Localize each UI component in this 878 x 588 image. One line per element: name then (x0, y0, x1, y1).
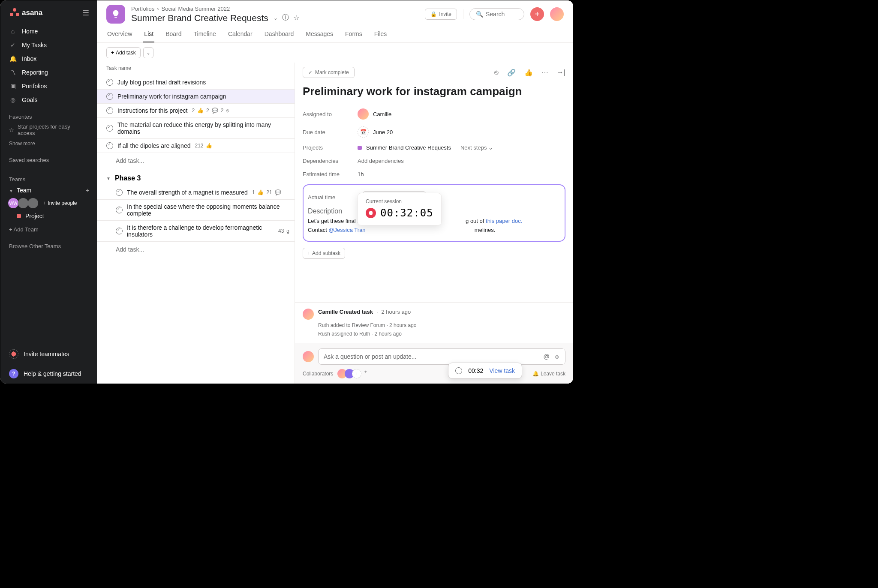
add-dependencies-button[interactable]: Add dependencies (358, 158, 404, 164)
nav-home[interactable]: ⌂Home (0, 24, 97, 38)
complete-checkbox[interactable] (106, 93, 113, 100)
project-stage-dropdown[interactable]: Next steps ⌄ (460, 144, 493, 151)
add-subtask-button[interactable]: + Add subtask (303, 248, 345, 259)
task-row[interactable]: Preliminary work for instagram campaign (97, 90, 295, 104)
complete-checkbox[interactable] (106, 125, 113, 132)
floating-timer-bar[interactable]: 00:32 View task (448, 363, 522, 379)
saved-searches-header[interactable]: Saved searches (0, 149, 97, 165)
portfolios-icon: ▣ (9, 82, 17, 90)
nav-my-tasks[interactable]: ✓My Tasks (0, 38, 97, 52)
due-date-field[interactable]: 📅June 20 (358, 126, 393, 138)
collapse-sidebar-icon[interactable]: ☰ (82, 8, 89, 18)
invite-people-link[interactable]: + Invite people (43, 200, 77, 206)
user-mention[interactable]: @Jessica Tran (328, 227, 365, 233)
close-detail-icon[interactable]: →| (557, 69, 565, 77)
project-tabs: Overview List Board Timeline Calendar Da… (97, 27, 573, 43)
team-avatar[interactable] (28, 198, 38, 208)
tab-list[interactable]: List (143, 27, 154, 42)
comment-icon: 💬 (275, 189, 281, 195)
tab-overview[interactable]: Overview (106, 27, 133, 42)
breadcrumb[interactable]: Social Media Summer 2022 (162, 6, 230, 12)
invite-teammates-icon (9, 349, 18, 359)
add-team-button[interactable]: + Add Team (0, 222, 97, 237)
nav-label: Reporting (22, 69, 48, 76)
subtask-icon[interactable]: ⎋ (494, 69, 499, 77)
nav-inbox[interactable]: 🔔Inbox (0, 52, 97, 66)
invite-teammates-button[interactable]: Invite teammates (0, 344, 97, 364)
show-more-link[interactable]: Show more (0, 138, 97, 149)
task-row[interactable]: In the special case where the opposing m… (97, 200, 295, 221)
invite-button[interactable]: 🔒Invite (425, 9, 457, 20)
mark-complete-button[interactable]: ✓Mark complete (303, 67, 355, 78)
section-header[interactable]: ▼Phase 3 (97, 168, 295, 186)
task-row[interactable]: The overall strength of a magnet is meas… (97, 186, 295, 200)
complete-checkbox[interactable] (116, 207, 123, 213)
search-input[interactable]: 🔍Search (469, 8, 524, 20)
add-task-button[interactable]: + Add task (106, 47, 141, 58)
task-title[interactable]: Preliminary work for instagram campaign (303, 85, 565, 98)
activity-text: Camille Created task (318, 309, 373, 315)
task-row[interactable]: If all the dipoles are aligned 212👍 (97, 139, 295, 153)
task-row[interactable]: July blog post final draft revisions (97, 75, 295, 90)
info-icon[interactable]: ⓘ (282, 13, 289, 22)
complete-checkbox[interactable] (116, 228, 123, 234)
nav-reporting[interactable]: 〽Reporting (0, 66, 97, 79)
global-add-button[interactable]: + (530, 7, 544, 21)
add-collaborator-button[interactable]: + (352, 369, 361, 378)
add-task-inline[interactable]: Add task... (97, 153, 295, 168)
breadcrumb[interactable]: Portfolios (131, 6, 154, 12)
chevron-down-icon[interactable]: ⌄ (274, 15, 278, 21)
calendar-icon: 📅 (358, 126, 369, 138)
more-icon[interactable]: ⋯ (541, 69, 548, 77)
doc-link[interactable]: this paper doc. (486, 218, 522, 224)
nav-goals[interactable]: ◎Goals (0, 93, 97, 107)
complete-checkbox[interactable] (106, 107, 113, 114)
emoji-icon[interactable]: ☺ (554, 353, 560, 360)
mention-icon[interactable]: @ (543, 353, 549, 360)
comment-input[interactable]: Ask a question or post an update... @☺ (318, 348, 565, 365)
view-task-link[interactable]: View task (489, 367, 515, 374)
add-task-dropdown[interactable]: ⌄ (143, 47, 153, 58)
asana-logo[interactable]: asana (10, 8, 42, 18)
help-button[interactable]: ? Help & getting started (0, 364, 97, 384)
activity-avatar (303, 309, 314, 320)
project-item[interactable]: Project (0, 210, 97, 222)
browse-teams-link[interactable]: Browse Other Teams (0, 237, 97, 255)
stop-timer-button[interactable] (366, 208, 376, 218)
add-collaborator-plus[interactable]: + (364, 369, 367, 378)
like-icon[interactable]: 👍 (524, 69, 533, 77)
estimated-time-field[interactable]: 1h (358, 171, 364, 177)
tab-messages[interactable]: Messages (305, 27, 334, 42)
tab-calendar[interactable]: Calendar (227, 27, 253, 42)
nav-portfolios[interactable]: ▣Portfolios (0, 79, 97, 93)
complete-checkbox[interactable] (106, 79, 113, 86)
complete-checkbox[interactable] (106, 142, 113, 149)
team-avatar[interactable]: WW (8, 198, 18, 208)
task-row[interactable]: Instructions for this project 2👍2💬2⎋ (97, 104, 295, 118)
assignee-field[interactable]: Camille (358, 108, 391, 120)
sidebar: asana ☰ ⌂Home ✓My Tasks 🔔Inbox 〽Reportin… (0, 0, 97, 384)
tab-timeline[interactable]: Timeline (193, 27, 217, 42)
tab-board[interactable]: Board (165, 27, 182, 42)
project-field[interactable]: Summer Brand Creative RequestsNext steps… (358, 144, 493, 151)
tab-dashboard[interactable]: Dashboard (264, 27, 295, 42)
complete-checkbox[interactable] (116, 189, 123, 196)
tab-forms[interactable]: Forms (344, 27, 363, 42)
link-icon[interactable]: 🔗 (507, 69, 516, 77)
reporting-icon: 〽 (9, 69, 17, 76)
check-circle-icon: ✓ (9, 41, 17, 49)
task-row[interactable]: It is therefore a challenge to develop f… (97, 221, 295, 242)
nav-label: My Tasks (22, 42, 47, 48)
team-toggle[interactable]: ▼Team + (0, 184, 97, 196)
star-icon[interactable]: ☆ (293, 14, 299, 22)
task-row[interactable]: The material can reduce this energy by s… (97, 118, 295, 139)
leave-task-button[interactable]: 🔔Leave task (532, 371, 565, 377)
team-avatar[interactable] (18, 198, 28, 208)
user-avatar[interactable] (550, 7, 564, 21)
timer-popup-label: Current session (366, 198, 433, 204)
comment-icon: 💬 (212, 108, 218, 114)
collaborators-label: Collaborators (303, 371, 333, 377)
add-to-team-icon[interactable]: + (86, 187, 89, 194)
tab-files[interactable]: Files (373, 27, 388, 42)
add-task-inline[interactable]: Add task... (97, 242, 295, 257)
